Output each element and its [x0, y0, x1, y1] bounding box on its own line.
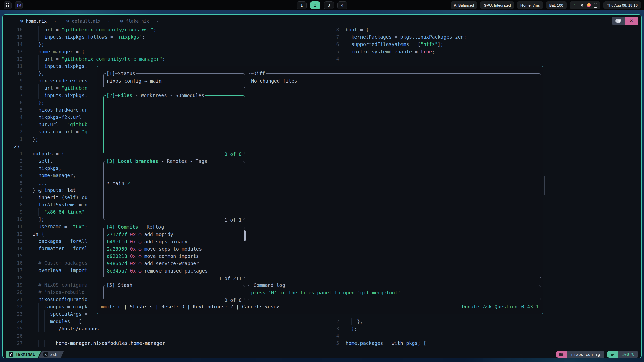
- line-number: 12: [7, 230, 23, 238]
- nix-snowflake-icon: ❄: [20, 19, 23, 24]
- donate-link[interactable]: Donate: [462, 303, 479, 310]
- commit-row[interactable]: 8e345a7 0x ○ remove unused packages: [107, 267, 245, 275]
- files-panel[interactable]: [2]─Files - Worktrees - Submodules 0 of …: [103, 95, 245, 154]
- list-icon-cap: [607, 351, 618, 358]
- pane-scrollbar-thumb[interactable]: [544, 176, 545, 195]
- media-icon[interactable]: [587, 3, 591, 7]
- code-line: 25 ./hosts/canopus: [7, 325, 321, 332]
- branch-check-icon: ✓: [127, 180, 130, 186]
- tab-flake-nix[interactable]: ❄ flake.nix: [116, 16, 165, 26]
- nix-snowflake-icon: ❄: [120, 19, 123, 24]
- line-number: 11: [7, 223, 23, 230]
- branches-panel[interactable]: [3]─Local branches - Remotes - Tags * ma…: [103, 161, 245, 220]
- workspace-label: 4: [341, 3, 344, 8]
- branch-row[interactable]: * main ✓: [107, 180, 245, 187]
- percent-chip[interactable]: 100 %: [607, 351, 638, 358]
- diff-panel[interactable]: ─Diff No changed files: [248, 73, 541, 278]
- tab-label: default.nix: [72, 19, 101, 24]
- launcher-button[interactable]: [4, 1, 12, 9]
- line-number: 21: [7, 296, 23, 303]
- line-number: 25: [7, 325, 23, 332]
- window-controls: [612, 17, 638, 25]
- top-bar: $W 1 2 3 4 P: Balanced GPU: Integrated H…: [0, 0, 644, 10]
- line-number: 5: [322, 340, 339, 347]
- line-number: 6: [7, 187, 23, 194]
- line-number: 2: [7, 128, 23, 135]
- command-log-panel[interactable]: ─Command log press 'M' in the files pane…: [248, 285, 541, 300]
- status-bar: TERMINAL zsh nixos-config 100 %: [3, 351, 641, 358]
- tab-label: flake.nix: [126, 19, 149, 24]
- window-close-button[interactable]: [625, 17, 638, 25]
- line-number: 15: [7, 33, 23, 41]
- line-number: 18: [7, 274, 23, 281]
- workspace-4[interactable]: 4: [337, 1, 347, 9]
- line-number: 9: [7, 208, 23, 216]
- lazygit-overlay: [1]─Status nixos-config → main [2]─Files…: [97, 66, 543, 314]
- status-panel[interactable]: [1]─Status nixos-config → main: [103, 73, 245, 88]
- line-number: 4: [7, 172, 23, 179]
- line-number: 27: [7, 340, 23, 347]
- line-number: 5: [7, 106, 23, 114]
- line-number: 23: [7, 310, 23, 318]
- repo-label: nixos-config: [567, 351, 604, 358]
- logo-badge[interactable]: $W: [15, 1, 23, 9]
- workspace-label: 2: [314, 3, 316, 8]
- terminal-logo-icon: [9, 352, 13, 357]
- top-bar-right: P: Balanced GPU: Integrated Home: 7ms Ba…: [451, 1, 641, 9]
- percent-label: 100 %: [618, 351, 638, 358]
- line-number: 4: [322, 55, 339, 63]
- commits-scrollbar-thumb[interactable]: [244, 230, 246, 241]
- line-number: 22: [7, 303, 23, 310]
- line-number: 1: [7, 150, 23, 157]
- phone-icon[interactable]: [594, 3, 597, 8]
- code-line: 3 };: [322, 325, 640, 332]
- line-number: 10: [7, 70, 23, 77]
- bluetooth-icon[interactable]: [580, 3, 584, 7]
- diff-content: No changed files: [251, 77, 541, 85]
- code-line: 6 supportedFilesystems = ["ntfs"];: [322, 41, 640, 48]
- gpu-pill[interactable]: GPU: Integrated: [480, 1, 514, 9]
- command-log-content: press 'M' in the files panel to open 'gi…: [251, 289, 541, 296]
- tab-close-icon[interactable]: [156, 19, 158, 23]
- tab-close-icon[interactable]: [54, 19, 56, 23]
- files-panel-title: [2]─Files - Worktrees - Submodules: [106, 93, 205, 98]
- line-number: 14: [7, 245, 23, 252]
- power-profile-pill[interactable]: P: Balanced: [451, 1, 477, 9]
- shell-prompt-icon: [43, 352, 48, 357]
- line-number: 14: [7, 41, 23, 48]
- commits-panel[interactable]: [4]─Commits - Reflog 2717f2f 0x ○ add mo…: [103, 227, 245, 278]
- commit-row[interactable]: 2a23950 0x ○ move sops to modules: [107, 245, 245, 253]
- line-number: 24: [7, 318, 23, 325]
- nix-snowflake-icon: ❄: [66, 19, 69, 24]
- commit-row[interactable]: d920218 0x ○ move common imports: [107, 253, 245, 260]
- line-number: 2: [322, 318, 339, 325]
- mode-label: TERMINAL: [16, 352, 35, 357]
- commit-row[interactable]: b49ef1d 0x ○ add sops binary: [107, 238, 245, 245]
- tab-default-nix[interactable]: ❄ default.nix: [63, 16, 116, 26]
- workspace-1[interactable]: 1: [297, 1, 307, 9]
- antenna-icon[interactable]: [573, 3, 577, 7]
- stash-panel[interactable]: [5]─Stash 0 of 0: [103, 285, 245, 300]
- battery-pill[interactable]: Bat: 100: [546, 1, 567, 9]
- line-number: 12: [7, 55, 23, 63]
- version-label: 0.43.1: [521, 303, 539, 310]
- tab-home-nix[interactable]: ❄ home.nix: [17, 16, 63, 26]
- code-line: 2 };: [322, 318, 640, 325]
- workspace-3[interactable]: 3: [324, 1, 334, 9]
- latency-pill[interactable]: Home: 7ms: [517, 1, 543, 9]
- tab-close-icon[interactable]: [108, 19, 110, 23]
- line-number: 3: [7, 121, 23, 128]
- top-bar-left: $W: [4, 1, 23, 9]
- ask-question-link[interactable]: Ask Question: [483, 303, 517, 310]
- line-number: 19: [7, 281, 23, 289]
- toggle-button[interactable]: [612, 17, 625, 25]
- code-line: 24 modules = [: [7, 318, 321, 325]
- workspace-2[interactable]: 2: [310, 1, 320, 9]
- stash-count: 0 of 0: [224, 297, 243, 303]
- system-tray: [570, 1, 600, 9]
- workspace-label: 3: [328, 3, 330, 8]
- commit-row[interactable]: 9486b7d 0x ○ add service-wrapper: [107, 260, 245, 267]
- repo-chip[interactable]: nixos-config: [556, 351, 604, 358]
- commit-row[interactable]: 2717f2f 0x ○ add mopidy: [107, 231, 245, 238]
- line-number: 8: [7, 201, 23, 208]
